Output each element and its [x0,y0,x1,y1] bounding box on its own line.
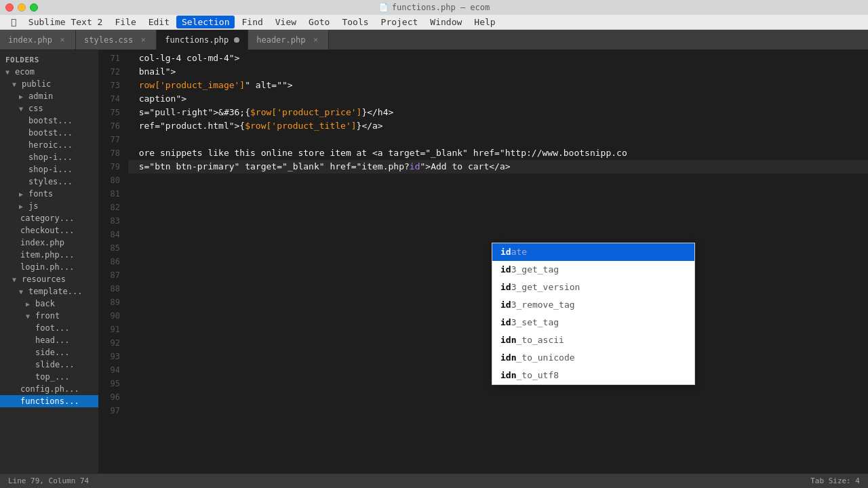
modified-indicator [234,37,239,43]
titlebar: 📄 functions.php — ecom [0,0,868,15]
chevron-down-icon: ▼ [19,105,26,113]
code-line [128,174,868,187]
sidebar-item-checkout[interactable]: checkout... [0,224,98,237]
file-menu[interactable]: File [109,16,141,28]
tab-index-php[interactable]: index.php ✕ [0,30,76,49]
code-line [128,201,868,214]
tools-menu[interactable]: Tools [336,16,374,28]
chevron-down-icon: ▼ [26,312,33,320]
window-title: 📄 functions.php — ecom [378,3,490,12]
tab-header-php[interactable]: header.php ✕ [248,30,329,49]
close-tab-icon[interactable]: ✕ [58,35,67,45]
window-menu[interactable]: Window [425,16,467,28]
sidebar-item-front[interactable]: ▼ front [0,310,98,322]
sidebar-item-js[interactable]: ▶ js [0,200,98,212]
sidebar-item-foot[interactable]: foot... [0,322,98,334]
menubar:  Sublime Text 2 File Edit Selection Fin… [0,15,868,30]
chevron-down-icon: ▼ [12,276,19,283]
code-line [128,228,868,241]
chevron-down-icon: ▼ [5,68,12,76]
autocomplete-dropdown[interactable]: idate id3_get_tag id3_get_version id3_re… [492,243,695,385]
line-numbers: 7172737475 7677787980 8182838485 8687888… [98,50,125,473]
code-line: ref="product.html">{$row['product_title'… [128,119,868,133]
chevron-right-icon: ▶ [26,300,33,308]
close-tab-icon[interactable]: ✕ [311,35,320,45]
chevron-down-icon: ▼ [12,81,19,88]
sidebar: FOLDERS ▼ ecom ▼ public ▶ admin ▼ css bo… [0,50,98,473]
sidebar-item-templates[interactable]: ▼ template... [0,285,98,298]
chevron-right-icon: ▶ [19,93,26,100]
autocomplete-item-idn-to-unicode[interactable]: idn_to_unicode [492,349,694,367]
help-menu[interactable]: Help [469,16,500,28]
autocomplete-item-id3-get-version[interactable]: id3_get_version [492,279,694,296]
sidebar-item-heroic[interactable]: heroic... [0,139,98,151]
sidebar-item-category[interactable]: category... [0,212,98,224]
cursor-position: Line 79, Column 74 [8,476,89,485]
chevron-right-icon: ▶ [19,190,26,198]
sidebar-item-css[interactable]: ▼ css [0,102,98,115]
sidebar-item-styles[interactable]: styles... [0,176,98,188]
tab-label: functions.php [165,35,229,45]
sidebar-item-head[interactable]: head... [0,334,98,346]
sidebar-item-ecom[interactable]: ▼ ecom [0,66,98,78]
sidebar-item-fonts[interactable]: ▶ fonts [0,188,98,200]
code-line-active: s="btn btn-primary" target="_blank" href… [128,160,868,174]
fullscreen-button[interactable] [30,3,38,12]
view-menu[interactable]: View [270,16,302,28]
tabbar: index.php ✕ styles.css ✕ functions.php h… [0,30,868,50]
tab-label: index.php [8,35,52,45]
code-line [128,187,868,201]
apple-menu[interactable]:  [5,16,22,28]
autocomplete-item-idn-to-utf8[interactable]: idn_to_utf8 [492,367,694,384]
tab-label: styles.css [84,35,133,45]
sidebar-item-slide[interactable]: slide... [0,359,98,371]
code-line: bnail"> [128,65,868,79]
autocomplete-item-id3-remove-tag[interactable]: id3_remove_tag [492,296,694,314]
sidebar-item-bootstrap2[interactable]: bootst... [0,127,98,139]
chevron-down-icon: ▼ [19,288,26,296]
autocomplete-item-id3-get-tag[interactable]: id3_get_tag [492,261,694,279]
traffic-lights [5,3,38,12]
sidebar-item-shop1[interactable]: shop-i... [0,151,98,163]
autocomplete-item-idn-to-ascii[interactable]: idn_to_ascii [492,331,694,349]
file-icon: 📄 [378,3,389,12]
selection-menu[interactable]: Selection [176,16,235,28]
code-line: ore snippets like this online store item… [128,146,868,160]
code-line [128,404,868,418]
tab-functions-php[interactable]: functions.php [157,30,248,49]
sidebar-item-public[interactable]: ▼ public [0,78,98,90]
code-line: row['product_image']" alt=""> [128,79,868,92]
sidebar-item-admin[interactable]: ▶ admin [0,90,98,102]
code-line [128,133,868,146]
sidebar-item-login[interactable]: login.ph... [0,261,98,273]
chevron-right-icon: ▶ [19,203,26,210]
sidebar-item-index[interactable]: index.php [0,237,98,249]
editor[interactable]: 7172737475 7677787980 8182838485 8687888… [98,50,868,473]
tab-size: Tab Size: 4 [810,476,860,485]
main-layout: FOLDERS ▼ ecom ▼ public ▶ admin ▼ css bo… [0,50,868,473]
sidebar-item-resources[interactable]: ▼ resources [0,273,98,285]
sidebar-item-shop2[interactable]: shop-i... [0,163,98,176]
project-menu[interactable]: Project [376,16,424,28]
code-line: col-lg-4 col-md-4"> [128,52,868,65]
sidebar-item-side[interactable]: side... [0,346,98,359]
sidebar-item-functions[interactable]: functions... [0,395,98,407]
autocomplete-item-idate[interactable]: idate [492,243,694,261]
tab-styles-css[interactable]: styles.css ✕ [76,30,157,49]
goto-menu[interactable]: Goto [303,16,335,28]
edit-menu[interactable]: Edit [143,16,175,28]
autocomplete-item-id3-set-tag[interactable]: id3_set_tag [492,314,694,331]
close-button[interactable] [5,3,14,12]
code-line [128,390,868,404]
statusbar: Line 79, Column 74 Tab Size: 4 [0,473,868,488]
sidebar-item-config[interactable]: config.ph... [0,383,98,395]
app-menu[interactable]: Sublime Text 2 [23,16,108,28]
find-menu[interactable]: Find [236,16,268,28]
code-line [128,214,868,228]
sidebar-item-bootstrap1[interactable]: bootst... [0,115,98,127]
close-tab-icon[interactable]: ✕ [138,35,148,45]
sidebar-item-top[interactable]: top_... [0,371,98,383]
sidebar-item-back[interactable]: ▶ back [0,298,98,310]
minimize-button[interactable] [18,3,26,12]
sidebar-item-item[interactable]: item.php... [0,249,98,261]
